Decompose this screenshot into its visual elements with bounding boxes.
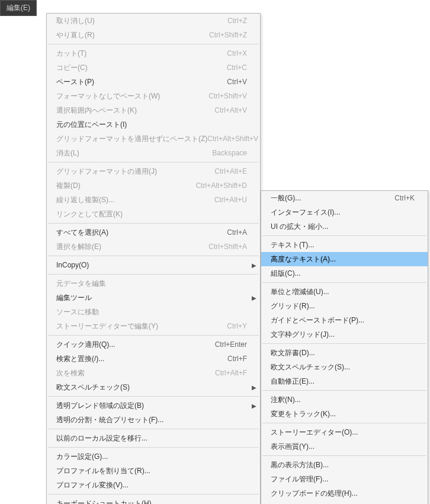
- main-item: 元データを編集: [47, 276, 260, 291]
- sub-item[interactable]: ストーリーエディター(O)...: [261, 425, 428, 439]
- sub-separator: [262, 282, 426, 283]
- sub-item[interactable]: インターフェイス(I)...: [261, 205, 428, 219]
- main-separator: [48, 396, 259, 397]
- menu-item-label: UI の拡大・縮小...: [271, 221, 328, 232]
- sub-item[interactable]: 高度なテキスト(A)...: [261, 252, 428, 266]
- main-separator: [48, 44, 259, 44]
- menu-item-label: 複製(D): [56, 180, 81, 191]
- menu-item-label: ソースに移動: [56, 307, 99, 317]
- menu-item-shortcut: Ctrl+Shift+V: [208, 91, 247, 101]
- menu-item-label: 組版(C)...: [271, 268, 301, 279]
- sub-item[interactable]: 表示画質(Y)...: [261, 439, 428, 454]
- main-item: 次を検索Ctrl+Alt+F: [47, 366, 260, 380]
- main-item[interactable]: クイック適用(Q)...Ctrl+Enter: [47, 337, 260, 352]
- menu-item-label: プロファイルを割り当て(R)...: [56, 465, 150, 476]
- chevron-right-icon: ▶: [252, 383, 256, 392]
- menu-item-label: 選択範囲内へペースト(K): [56, 105, 137, 116]
- main-item[interactable]: プロファイル変換(V)...: [47, 478, 260, 492]
- sub-item[interactable]: UI の拡大・縮小...: [261, 219, 428, 234]
- menu-item-label: 注釈(N)...: [271, 394, 301, 405]
- main-separator: [48, 256, 259, 256]
- menu-item-label: 欧文スペルチェック(S): [56, 382, 130, 393]
- main-separator: [48, 274, 259, 275]
- menu-item-label: 元データを編集: [56, 278, 106, 289]
- sub-item[interactable]: 自動修正(E)...: [261, 374, 428, 388]
- main-separator: [48, 335, 259, 336]
- menu-item-label: クイック適用(Q)...: [56, 339, 115, 350]
- menu-item-shortcut: Ctrl+Alt+U: [214, 194, 247, 205]
- main-item: フォーマットなしでペースト(W)Ctrl+Shift+V: [47, 89, 260, 103]
- main-item[interactable]: 透明ブレンド領域の設定(B)▶: [47, 398, 260, 413]
- main-item: 消去(L)Backspace: [47, 146, 260, 160]
- menu-item-label: 一般(G)...: [271, 193, 301, 203]
- main-item[interactable]: InCopy(O)▶: [47, 258, 260, 272]
- main-item[interactable]: 以前のローカル設定を移行...: [47, 431, 260, 445]
- main-item[interactable]: キーボードショートカット(H)...: [47, 496, 260, 504]
- main-separator: [48, 494, 259, 495]
- main-item[interactable]: カラー設定(G)...: [47, 449, 260, 464]
- main-item[interactable]: 欧文スペルチェック(S)▶: [47, 380, 260, 394]
- menu-item-label: 欧文スペルチェック(S)...: [271, 362, 350, 372]
- main-separator: [48, 223, 259, 224]
- sub-item[interactable]: 組版(C)...: [261, 266, 428, 280]
- main-item[interactable]: プロファイルを割り当て(R)...: [47, 464, 260, 478]
- menu-item-label: 文字枠グリッド(J)...: [271, 329, 335, 340]
- menu-item-label: テキスト(T)...: [271, 240, 314, 250]
- sub-item[interactable]: ガイドとペーストボード(P)...: [261, 313, 428, 327]
- sub-item[interactable]: 黒の表示方法(B)...: [261, 458, 428, 472]
- main-item[interactable]: 検索と置換(/)...Ctrl+F: [47, 352, 260, 366]
- edit-menu-panel: 取り消し(U)Ctrl+Zやり直し(R)Ctrl+Shift+Zカット(T)Ct…: [46, 13, 261, 504]
- menu-item-shortcut: Ctrl+C: [227, 62, 247, 73]
- main-item: やり直し(R)Ctrl+Shift+Z: [47, 28, 260, 42]
- menu-item-shortcut: Ctrl+Alt+Shift+V: [207, 133, 258, 144]
- sub-item[interactable]: 文字枠グリッド(J)...: [261, 327, 428, 342]
- menu-item-label: ストーリーエディターで編集(Y): [56, 321, 158, 331]
- sub-item[interactable]: グリッド(R)...: [261, 299, 428, 313]
- sub-item[interactable]: 欧文辞書(D)...: [261, 346, 428, 360]
- main-item[interactable]: 元の位置にペースト(I): [47, 117, 260, 132]
- menu-item-label: 高度なテキスト(A)...: [271, 254, 336, 264]
- menu-item-label: 以前のローカル設定を移行...: [56, 433, 147, 444]
- menu-item-label: ファイル管理(F)...: [271, 474, 328, 484]
- menu-item-label: 元の位置にペースト(I): [56, 119, 127, 130]
- main-item[interactable]: ペースト(P)Ctrl+V: [47, 75, 260, 89]
- main-item: 取り消し(U)Ctrl+Z: [47, 14, 260, 28]
- menu-item-label: 選択を解除(E): [56, 241, 101, 252]
- sub-item[interactable]: テキスト(T)...: [261, 238, 428, 252]
- sub-item[interactable]: 単位と増減値(U)...: [261, 285, 428, 299]
- menu-item-label: プロファイル変換(V)...: [56, 480, 129, 490]
- main-item: ソースに移動: [47, 305, 260, 319]
- sub-item[interactable]: 注釈(N)...: [261, 393, 428, 407]
- main-item[interactable]: 編集ツール▶: [47, 291, 260, 305]
- sub-separator: [262, 235, 426, 236]
- menu-item-shortcut: Ctrl+V: [227, 76, 247, 87]
- menu-item-label: カラー設定(G)...: [56, 451, 108, 462]
- sub-item[interactable]: Publish Online...: [261, 500, 428, 504]
- sub-item[interactable]: 欧文スペルチェック(S)...: [261, 360, 428, 374]
- sub-separator: [262, 455, 426, 456]
- main-separator: [48, 447, 259, 448]
- menu-item-label: 欧文辞書(D)...: [271, 347, 315, 358]
- menu-item-label: 繰り返し複製(S)...: [56, 194, 114, 205]
- menu-item-label: 次を検索: [56, 368, 85, 378]
- main-item[interactable]: すべてを選択(A)Ctrl+A: [47, 225, 260, 240]
- menu-item-label: グリッド(R)...: [271, 301, 315, 311]
- sub-separator: [262, 343, 426, 344]
- menu-item-shortcut: Ctrl+K: [394, 193, 415, 203]
- menu-tab-edit[interactable]: 編集(E): [0, 0, 37, 16]
- menu-item-label: インターフェイス(I)...: [271, 207, 340, 218]
- menu-item-label: 自動修正(E)...: [271, 376, 315, 387]
- menu-item-label: すべてを選択(A): [56, 227, 108, 238]
- menu-item-label: グリッドフォーマットの適用(J): [56, 166, 157, 177]
- sub-item[interactable]: 変更をトラック(K)...: [261, 407, 428, 421]
- sub-item[interactable]: 一般(G)...Ctrl+K: [261, 191, 428, 205]
- menu-item-label: 検索と置換(/)...: [56, 353, 104, 364]
- main-item[interactable]: 透明の分割・統合プリセット(F)...: [47, 413, 260, 427]
- menu-item-label: クリップボードの処理(H)...: [271, 488, 358, 499]
- menu-item-shortcut: Ctrl+Enter: [215, 339, 247, 350]
- main-item: 選択を解除(E)Ctrl+Shift+A: [47, 240, 260, 254]
- sub-item[interactable]: ファイル管理(F)...: [261, 472, 428, 486]
- main-item: カット(T)Ctrl+X: [47, 46, 260, 60]
- sub-item[interactable]: クリップボードの処理(H)...: [261, 486, 428, 500]
- menu-item-shortcut: Ctrl+X: [227, 48, 247, 59]
